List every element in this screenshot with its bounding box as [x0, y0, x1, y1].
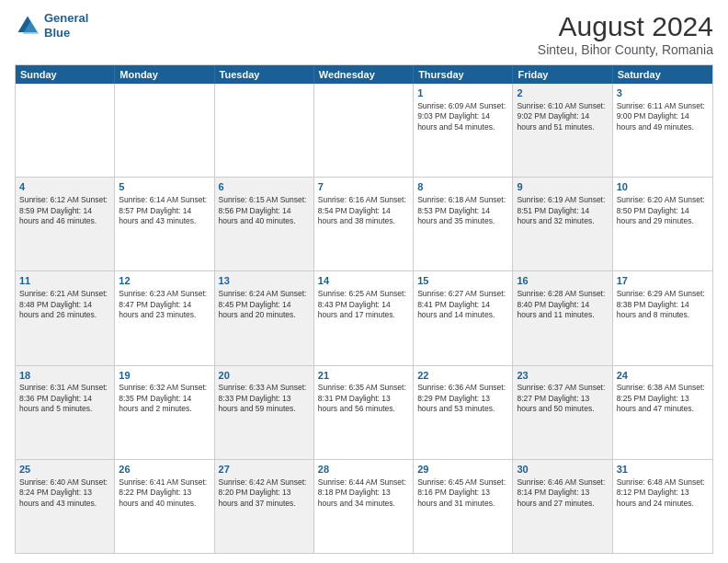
day-info: Sunrise: 6:35 AM Sunset: 8:31 PM Dayligh…	[318, 383, 409, 414]
day-number: 17	[617, 274, 709, 288]
calendar-cell-r2-c4: 7Sunrise: 6:16 AM Sunset: 8:54 PM Daylig…	[314, 178, 414, 270]
calendar-cell-r2-c5: 8Sunrise: 6:18 AM Sunset: 8:53 PM Daylig…	[414, 178, 513, 270]
calendar-body: 1Sunrise: 6:09 AM Sunset: 9:03 PM Daylig…	[16, 84, 712, 553]
calendar-cell-r1-c1	[16, 84, 115, 177]
calendar-row-2: 4Sunrise: 6:12 AM Sunset: 8:59 PM Daylig…	[16, 177, 712, 270]
calendar-cell-r4-c5: 22Sunrise: 6:36 AM Sunset: 8:29 PM Dayli…	[414, 366, 513, 459]
header-wednesday: Wednesday	[314, 65, 414, 84]
day-info: Sunrise: 6:40 AM Sunset: 8:24 PM Dayligh…	[19, 477, 110, 509]
day-info: Sunrise: 6:19 AM Sunset: 8:51 PM Dayligh…	[517, 195, 608, 226]
day-number: 9	[517, 180, 608, 194]
calendar-cell-r3-c5: 15Sunrise: 6:27 AM Sunset: 8:41 PM Dayli…	[414, 271, 513, 364]
day-info: Sunrise: 6:37 AM Sunset: 8:27 PM Dayligh…	[517, 383, 608, 414]
day-number: 12	[119, 274, 210, 288]
calendar-cell-r1-c5: 1Sunrise: 6:09 AM Sunset: 9:03 PM Daylig…	[414, 84, 513, 177]
day-info: Sunrise: 6:11 AM Sunset: 9:00 PM Dayligh…	[617, 101, 709, 132]
day-number: 20	[219, 369, 310, 383]
header-tuesday: Tuesday	[215, 65, 314, 84]
day-number: 29	[417, 463, 508, 477]
day-info: Sunrise: 6:27 AM Sunset: 8:41 PM Dayligh…	[417, 289, 508, 320]
calendar-cell-r1-c3	[215, 84, 314, 177]
calendar-cell-r4-c2: 19Sunrise: 6:32 AM Sunset: 8:35 PM Dayli…	[115, 366, 214, 459]
logo-icon	[15, 13, 40, 39]
day-number: 31	[617, 463, 709, 477]
header-sunday: Sunday	[16, 65, 115, 84]
calendar-cell-r5-c3: 27Sunrise: 6:42 AM Sunset: 8:20 PM Dayli…	[215, 460, 314, 553]
day-info: Sunrise: 6:18 AM Sunset: 8:53 PM Dayligh…	[417, 195, 508, 226]
day-number: 3	[617, 86, 709, 100]
calendar-cell-r5-c7: 31Sunrise: 6:48 AM Sunset: 8:12 PM Dayli…	[613, 460, 712, 553]
day-info: Sunrise: 6:48 AM Sunset: 8:12 PM Dayligh…	[617, 477, 709, 509]
day-number: 14	[318, 274, 409, 288]
day-number: 1	[417, 86, 508, 100]
day-info: Sunrise: 6:46 AM Sunset: 8:14 PM Dayligh…	[517, 477, 608, 509]
day-info: Sunrise: 6:14 AM Sunset: 8:57 PM Dayligh…	[119, 195, 210, 226]
day-number: 8	[417, 180, 508, 194]
calendar-row-4: 18Sunrise: 6:31 AM Sunset: 8:36 PM Dayli…	[16, 365, 712, 459]
day-info: Sunrise: 6:42 AM Sunset: 8:20 PM Dayligh…	[219, 477, 310, 509]
day-info: Sunrise: 6:31 AM Sunset: 8:36 PM Dayligh…	[19, 383, 110, 414]
day-info: Sunrise: 6:12 AM Sunset: 8:59 PM Dayligh…	[19, 195, 110, 226]
day-info: Sunrise: 6:25 AM Sunset: 8:43 PM Dayligh…	[318, 289, 409, 320]
calendar-cell-r2-c3: 6Sunrise: 6:15 AM Sunset: 8:56 PM Daylig…	[215, 178, 314, 270]
day-number: 2	[517, 86, 608, 100]
calendar-cell-r4-c7: 24Sunrise: 6:38 AM Sunset: 8:25 PM Dayli…	[613, 366, 712, 459]
calendar-cell-r4-c1: 18Sunrise: 6:31 AM Sunset: 8:36 PM Dayli…	[16, 366, 115, 459]
subtitle: Sinteu, Bihor County, Romania	[538, 42, 713, 57]
day-number: 5	[119, 180, 210, 194]
day-info: Sunrise: 6:15 AM Sunset: 8:56 PM Dayligh…	[219, 195, 310, 226]
day-info: Sunrise: 6:38 AM Sunset: 8:25 PM Dayligh…	[617, 383, 709, 414]
day-number: 21	[318, 369, 409, 383]
calendar-cell-r3-c2: 12Sunrise: 6:23 AM Sunset: 8:47 PM Dayli…	[115, 271, 214, 364]
calendar-cell-r5-c5: 29Sunrise: 6:45 AM Sunset: 8:16 PM Dayli…	[414, 460, 513, 553]
calendar-cell-r1-c6: 2Sunrise: 6:10 AM Sunset: 9:02 PM Daylig…	[513, 84, 612, 177]
day-info: Sunrise: 6:20 AM Sunset: 8:50 PM Dayligh…	[617, 195, 709, 226]
day-info: Sunrise: 6:32 AM Sunset: 8:35 PM Dayligh…	[119, 383, 210, 414]
day-info: Sunrise: 6:29 AM Sunset: 8:38 PM Dayligh…	[617, 289, 709, 320]
calendar-cell-r5-c1: 25Sunrise: 6:40 AM Sunset: 8:24 PM Dayli…	[16, 460, 115, 553]
calendar-cell-r3-c6: 16Sunrise: 6:28 AM Sunset: 8:40 PM Dayli…	[513, 271, 612, 364]
day-number: 23	[517, 369, 608, 383]
day-info: Sunrise: 6:10 AM Sunset: 9:02 PM Dayligh…	[517, 101, 608, 132]
calendar-cell-r5-c4: 28Sunrise: 6:44 AM Sunset: 8:18 PM Dayli…	[314, 460, 414, 553]
calendar: Sunday Monday Tuesday Wednesday Thursday…	[15, 64, 713, 554]
day-info: Sunrise: 6:21 AM Sunset: 8:48 PM Dayligh…	[19, 289, 110, 320]
calendar-cell-r5-c2: 26Sunrise: 6:41 AM Sunset: 8:22 PM Dayli…	[115, 460, 214, 553]
main-title: August 2024	[538, 11, 713, 42]
calendar-header: Sunday Monday Tuesday Wednesday Thursday…	[16, 65, 712, 84]
day-number: 27	[219, 463, 310, 477]
day-info: Sunrise: 6:09 AM Sunset: 9:03 PM Dayligh…	[417, 101, 508, 132]
calendar-cell-r4-c3: 20Sunrise: 6:33 AM Sunset: 8:33 PM Dayli…	[215, 366, 314, 459]
logo-line1: General	[44, 11, 88, 25]
day-info: Sunrise: 6:45 AM Sunset: 8:16 PM Dayligh…	[417, 477, 508, 509]
calendar-cell-r3-c7: 17Sunrise: 6:29 AM Sunset: 8:38 PM Dayli…	[613, 271, 712, 364]
day-info: Sunrise: 6:33 AM Sunset: 8:33 PM Dayligh…	[219, 383, 310, 414]
calendar-cell-r1-c4	[314, 84, 414, 177]
header-friday: Friday	[513, 65, 612, 84]
logo-text: General Blue	[44, 11, 88, 40]
calendar-cell-r4-c4: 21Sunrise: 6:35 AM Sunset: 8:31 PM Dayli…	[314, 366, 414, 459]
day-number: 22	[417, 369, 508, 383]
calendar-cell-r2-c6: 9Sunrise: 6:19 AM Sunset: 8:51 PM Daylig…	[513, 178, 612, 270]
header-monday: Monday	[115, 65, 214, 84]
day-number: 25	[19, 463, 110, 477]
day-number: 18	[19, 369, 110, 383]
calendar-row-3: 11Sunrise: 6:21 AM Sunset: 8:48 PM Dayli…	[16, 270, 712, 364]
day-number: 24	[617, 369, 709, 383]
day-info: Sunrise: 6:36 AM Sunset: 8:29 PM Dayligh…	[417, 383, 508, 414]
day-info: Sunrise: 6:24 AM Sunset: 8:45 PM Dayligh…	[219, 289, 310, 320]
day-number: 26	[119, 463, 210, 477]
calendar-cell-r1-c7: 3Sunrise: 6:11 AM Sunset: 9:00 PM Daylig…	[613, 84, 712, 177]
calendar-cell-r2-c7: 10Sunrise: 6:20 AM Sunset: 8:50 PM Dayli…	[613, 178, 712, 270]
day-info: Sunrise: 6:28 AM Sunset: 8:40 PM Dayligh…	[517, 289, 608, 320]
day-info: Sunrise: 6:16 AM Sunset: 8:54 PM Dayligh…	[318, 195, 409, 226]
day-number: 28	[318, 463, 409, 477]
day-info: Sunrise: 6:44 AM Sunset: 8:18 PM Dayligh…	[318, 477, 409, 509]
calendar-cell-r3-c4: 14Sunrise: 6:25 AM Sunset: 8:43 PM Dayli…	[314, 271, 414, 364]
day-number: 16	[517, 274, 608, 288]
day-number: 6	[219, 180, 310, 194]
day-number: 19	[119, 369, 210, 383]
calendar-cell-r2-c2: 5Sunrise: 6:14 AM Sunset: 8:57 PM Daylig…	[115, 178, 214, 270]
day-number: 13	[219, 274, 310, 288]
page-header: General Blue August 2024 Sinteu, Bihor C…	[15, 11, 713, 57]
